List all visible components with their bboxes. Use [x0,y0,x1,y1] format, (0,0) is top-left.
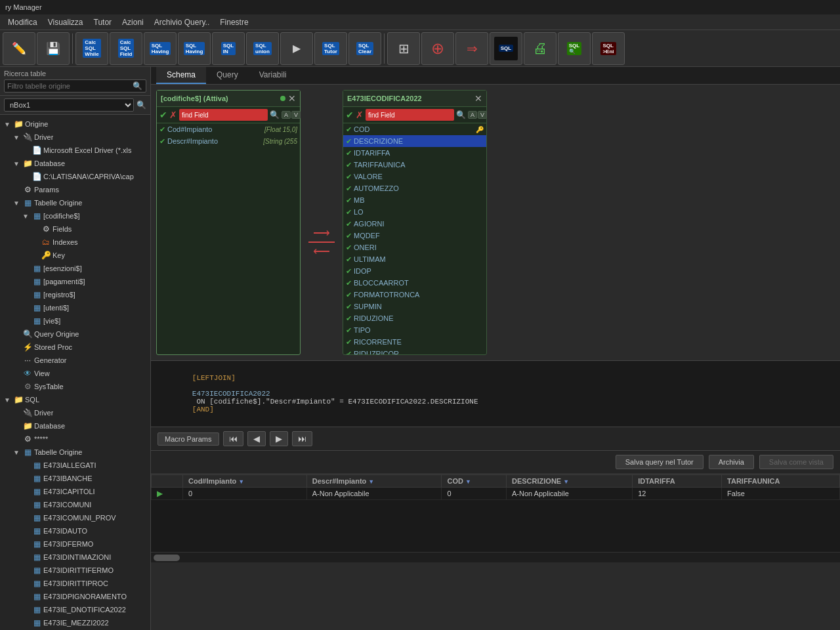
tree-node-sql-driver[interactable]: 🔌Driver [0,406,150,419]
sql-x-button[interactable]: SQL>Eni [592,32,625,65]
grid-button[interactable]: ⊞ [387,32,420,65]
field-row[interactable]: ✔AGIORNI [343,218,486,230]
tree-node-codifiche[interactable]: ▼▦[codifiche$] [0,209,150,222]
tree-node-params[interactable]: ⚙Params [0,183,150,196]
sql-clear-button[interactable]: SQLClear [348,32,381,65]
menu-visualizza[interactable]: Visualizza [43,16,89,28]
col-idtariffa[interactable]: IDTARIFFA [633,475,722,488]
print-button[interactable]: 🖨 [524,32,556,65]
tree-node-view[interactable]: 👁View [0,367,150,380]
last-button[interactable]: ⏭ [292,431,312,446]
tree-node-e473ie-mezzi[interactable]: ▦E473IE_MEZZI2022 [0,616,150,629]
tree-node-driver[interactable]: ▼🔌Driver [0,131,150,144]
col-cod-impianto[interactable]: Cod#Impianto▼ [182,475,306,488]
tree-node-fields[interactable]: ⚙Fields [0,222,150,236]
sql-union-button[interactable]: SQLunion [246,32,279,65]
tree-node-query-origine[interactable]: 🔍Query Origine [0,327,150,341]
sql-search-button[interactable]: SQL🔍 [558,32,591,65]
sql-dark-button[interactable]: SQL [490,32,522,65]
sql-in-button[interactable]: SQLIN [212,32,245,65]
field-row[interactable]: ✔RIDUZRICOR [343,348,486,354]
col-descrizione[interactable]: DESCRIZIONE▼ [506,475,632,488]
tab-variabili[interactable]: Variabili [249,67,297,84]
sql-play-button[interactable]: ▶ [280,32,313,65]
tree-node-e473icapitoli[interactable]: ▦E473ICAPITOLI [0,485,150,498]
tree-node-origine[interactable]: ▼📁Origine [0,117,150,131]
macro-params-button[interactable]: Macro Params [158,432,219,446]
sort-asc-codifiche[interactable]: A [282,111,291,119]
field-search-e473[interactable] [366,109,454,121]
tree-node-vie[interactable]: ▦[vie$] [0,314,150,327]
tree-node-db-path[interactable]: 📄C:\LATISANA\CAPRIVA\cap [0,170,150,183]
field-row[interactable]: ✔ COD 🔑 [343,123,486,135]
tree-node-e473ie-dnotifica[interactable]: ▦E473IE_DNOTIFICA2022 [0,603,150,616]
save-button[interactable]: 💾 [37,32,70,65]
field-row[interactable]: ✔TIPO [343,324,486,336]
field-row[interactable]: ✔VALORE [343,171,486,182]
table-close-e473[interactable]: ✕ [474,93,482,104]
hscroll-thumb[interactable] [154,555,180,561]
tree-node-tabelle-origine[interactable]: ▼▦Tabelle Origine [0,196,150,209]
tree-node-sql-params[interactable]: ⚙***** [0,432,150,446]
col-tariffaunica[interactable]: TARIFFAUNICA [722,475,840,488]
uncheck-all-e473[interactable]: ✗ [356,110,364,120]
tree-node-stored-proc[interactable]: ⚡Stored Proc [0,341,150,354]
hscroll-bar[interactable] [151,552,840,562]
sort-desc-codifiche[interactable]: V [291,111,301,119]
menu-modifica[interactable]: Modifica [3,16,43,28]
pencil-button[interactable]: ✏️ [3,32,35,65]
tree-node-key[interactable]: 🔑Key [0,249,150,262]
tree-node-e473idfermo[interactable]: ▦E473IDFERMO [0,537,150,551]
field-row[interactable]: ✔SUPMIN [343,301,486,312]
archive-button[interactable]: Archivia [709,455,754,469]
tree-node-esenzioni[interactable]: ▦[esenzioni$] [0,262,150,275]
field-row[interactable]: ✔TARIFFAUNICA [343,159,486,171]
check-all-e473[interactable]: ✔ [346,110,354,120]
field-row[interactable]: ✔ Cod#Impianto [Float 15,0] [157,123,300,135]
field-row[interactable]: ✔ DESCRIZIONE [343,135,486,147]
field-row[interactable]: ✔AUTOMEZZO [343,182,486,194]
tree-node-e473iallegati[interactable]: ▦E473IALLEGATI [0,459,150,472]
field-search-codifiche[interactable] [179,109,268,121]
tree-node-e473icomuni-prov[interactable]: ▦E473ICOMUNI_PROV [0,511,150,524]
sql-tutor-button[interactable]: SQLTutor [314,32,347,65]
save-view-button[interactable]: Salva come vista [759,455,833,469]
search-input[interactable] [5,81,129,91]
first-button[interactable]: ⏮ [223,431,243,446]
field-row[interactable]: ✔BLOCCAARROT [343,277,486,289]
move-button[interactable]: ⇒ [455,32,488,65]
tree-node-utenti[interactable]: ▦[utenti$] [0,301,150,314]
menu-archivio[interactable]: Archivio Query.. [149,16,215,28]
col-cod[interactable]: COD▼ [442,475,507,488]
tree-node-pagamenti[interactable]: ▦[pagamenti$] [0,275,150,288]
tree-node-sql[interactable]: ▼📁SQL [0,393,150,406]
next-button[interactable]: ▶ [270,431,288,446]
tree-node-database[interactable]: ▼📁Database [0,157,150,170]
field-row[interactable]: ✔ONERI [343,242,486,253]
field-row[interactable]: ✔RIDUZIONE [343,312,486,324]
tree-node-e473idauto[interactable]: ▦E473IDAUTO [0,524,150,537]
tree-node-registro[interactable]: ▦[registro$] [0,288,150,301]
table-close-codifiche[interactable]: ✕ [288,93,296,104]
table-combo[interactable]: nBox1 [4,98,134,112]
tree-node-sql-tabelle[interactable]: ▼▦Tabelle Origine [0,446,150,459]
sort-asc-e473[interactable]: A [468,111,477,119]
search-icon[interactable]: 🔍 [129,80,146,92]
tree-node-e473idintimazioni[interactable]: ▦E473IDINTIMAZIONI [0,551,150,564]
sql-having-button[interactable]: SQLHaving [144,32,177,65]
tab-schema[interactable]: Schema [156,67,206,84]
tree-node-e473ibanche[interactable]: ▦E473IBANCHE [0,472,150,485]
tree-node-systable[interactable]: ⚙SysTable [0,380,150,393]
sql-having2-button[interactable]: SQLHaving [178,32,211,65]
tree-node-e473idirittifermo[interactable]: ▦E473IDIRITTIFERMO [0,564,150,577]
field-row[interactable]: ✔LO [343,206,486,218]
prev-button[interactable]: ◀ [247,431,266,446]
menu-finestre[interactable]: Finestre [215,16,253,28]
calc-sql-while-button[interactable]: CalcSQLWhile [75,32,108,65]
field-row[interactable]: ✔RICORRENTE [343,336,486,348]
tree-node-e473idirittiproc[interactable]: ▦E473IDIRITTIPROC [0,577,150,590]
field-row[interactable]: ✔IDOP [343,265,486,277]
tree-node-excel-driver[interactable]: 📄Microsoft Excel Driver (*.xls [0,144,150,157]
save-query-button[interactable]: Salva query nel Tutor [616,455,704,469]
sort-desc-e473[interactable]: V [478,111,487,119]
